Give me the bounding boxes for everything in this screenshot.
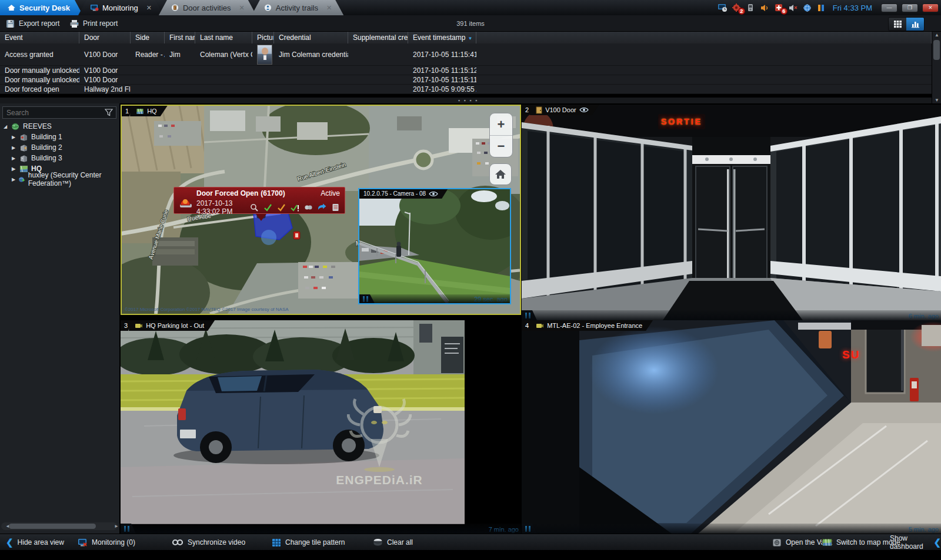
workstation-icon[interactable] xyxy=(718,4,728,12)
map-camera-overlay[interactable]: 10.2.0.75 - Camera - 08 xyxy=(358,188,511,304)
change-tile-pattern-button[interactable]: Change tile pattern xyxy=(272,534,345,551)
col-supplemental[interactable]: Supplemental credential xyxy=(348,32,408,43)
scroll-up-icon[interactable]: ▲ xyxy=(932,32,941,38)
tab-monitoring[interactable]: Monitoring ✕ xyxy=(78,0,163,15)
switch-map-mode-button[interactable]: Switch to map mode xyxy=(822,534,900,551)
table-row[interactable]: Door forced open Hallway 2nd Floor 2017-… xyxy=(0,85,932,94)
close-button[interactable]: ✕ xyxy=(922,4,939,12)
tile-3-header[interactable]: 3 HQ Parking lot - Out xyxy=(121,320,215,331)
tile-2-header[interactable]: 2 V100 Door xyxy=(522,105,599,115)
map-view[interactable]: Rue Albert-Einstein Avenue Marie Curie R… xyxy=(122,106,520,314)
monitoring-status-button[interactable]: Monitoring (0) xyxy=(78,534,135,551)
export-report-button[interactable]: Export report xyxy=(6,15,59,32)
col-picture[interactable]: Picture xyxy=(252,32,274,43)
cardholder-photo xyxy=(257,45,272,65)
col-side[interactable]: Side xyxy=(131,32,165,43)
tile-4-camera[interactable]: 4 MTL-AE-02 - Employee Entrance xyxy=(522,320,941,534)
ack-alternate-icon[interactable] xyxy=(277,203,286,212)
clear-all-button[interactable]: Clear all xyxy=(373,534,413,551)
zoom-in-button[interactable]: + xyxy=(490,113,512,135)
camera-feed-image xyxy=(359,189,510,303)
snooze-icon[interactable] xyxy=(304,203,313,212)
table-row[interactable]: Door manually unlocked V100 Door 2017-10… xyxy=(0,75,932,85)
security-desk-window: Security Desk Monitoring ✕ Door activiti… xyxy=(0,0,941,560)
synchronize-video-button[interactable]: Synchronize video xyxy=(172,534,245,551)
investigate-icon[interactable] xyxy=(250,203,259,212)
tiles-view-button[interactable] xyxy=(889,18,906,31)
expander-expanded-icon[interactable]: ◢ xyxy=(4,124,8,129)
tile-1-header[interactable]: 1 HQ xyxy=(122,106,168,116)
tile-2-camera[interactable]: 2 V100 Door xyxy=(522,105,941,320)
network-globe-icon[interactable] xyxy=(802,4,812,12)
building-icon xyxy=(19,133,28,141)
expander-collapsed-icon[interactable]: ▶ xyxy=(12,145,16,150)
tree-label: Building 1 xyxy=(31,133,62,141)
threat-level-icon[interactable]: 6 xyxy=(774,4,784,12)
cell-picture xyxy=(252,45,274,65)
tree-item-huxley[interactable]: ▶ huxley (Security Center Federation™) xyxy=(0,174,119,185)
tab-activity-trails[interactable]: Activity trails ✕ xyxy=(252,0,343,15)
col-event[interactable]: Event xyxy=(0,32,79,43)
sidebar-scrollbar[interactable]: ◄ ► xyxy=(1,522,118,530)
tree-item-building-1[interactable]: ▶ Building 1 xyxy=(0,132,119,142)
pane-splitter[interactable]: ▪ ▪ ▪ ▪ xyxy=(451,98,486,103)
report-icon[interactable] xyxy=(331,203,340,212)
tile-3-camera[interactable]: 3 HQ Parking lot - Out xyxy=(121,320,521,534)
scroll-down-icon[interactable]: ▼ xyxy=(932,98,941,103)
security-desk-menu-button[interactable]: Security Desk xyxy=(0,0,83,15)
ack-icon[interactable] xyxy=(263,203,272,212)
col-event-timestamp[interactable]: Event timestamp▼ xyxy=(408,32,476,43)
export-report-label: Export report xyxy=(19,19,59,28)
zoom-out-button[interactable]: − xyxy=(490,135,512,157)
tree-item-reeves[interactable]: ◢ REEVES xyxy=(0,121,119,132)
statusbar: ❮ Hide area view Monitoring (0) Synchron… xyxy=(0,534,941,550)
tab-label: Monitoring xyxy=(102,4,138,12)
col-last-name[interactable]: Last name xyxy=(195,32,252,43)
close-tab-icon[interactable]: ✕ xyxy=(146,4,152,12)
event-table: Event Door Side First name Last name Pic… xyxy=(0,32,932,94)
tree-item-building-3[interactable]: ▶ Building 3 xyxy=(0,153,119,163)
minimize-button[interactable]: — xyxy=(881,4,897,12)
restore-button[interactable]: ❐ xyxy=(902,4,918,12)
alarm-gear-icon[interactable]: 2 xyxy=(732,4,742,12)
cell-door: V100 Door xyxy=(79,75,131,85)
expander-collapsed-icon[interactable]: ▶ xyxy=(12,177,15,182)
print-report-button[interactable]: Print report xyxy=(69,15,118,32)
forward-icon[interactable] xyxy=(318,203,326,212)
tile-pattern-icon xyxy=(272,538,281,547)
letterbox xyxy=(465,320,521,534)
speaker-icon[interactable] xyxy=(760,4,770,12)
table-scrollbar[interactable]: ▲ ▼ xyxy=(932,32,941,103)
alarm-popup[interactable]: Door Forced Open (61700) Active 2017-10-… xyxy=(173,187,345,214)
tile-4-header[interactable]: 4 MTL-AE-02 - Employee Entrance xyxy=(522,320,653,331)
col-door[interactable]: Door xyxy=(79,32,131,43)
report-view-button[interactable] xyxy=(906,18,924,31)
show-dashboard-label: Show dashboard xyxy=(890,534,929,551)
levels-icon[interactable] xyxy=(816,4,826,12)
scrollbar-thumb[interactable] xyxy=(933,40,940,60)
search-input[interactable] xyxy=(3,109,105,117)
tile-1-map[interactable]: 1 HQ xyxy=(121,105,521,315)
ack-condition-icon[interactable] xyxy=(291,203,299,212)
table-row[interactable]: Access granted V100 Door Reader - A Jim … xyxy=(0,43,932,66)
hide-area-view-button[interactable]: ❮ Hide area view xyxy=(6,534,64,551)
expander-collapsed-icon[interactable]: ▶ xyxy=(12,156,16,161)
col-credential[interactable]: Credential xyxy=(274,32,348,43)
show-dashboard-button[interactable]: Show dashboard ❮ xyxy=(890,534,941,551)
expander-collapsed-icon[interactable]: ▶ xyxy=(12,135,16,140)
scrollbar-thumb[interactable] xyxy=(9,524,96,529)
expander-collapsed-icon[interactable]: ▶ xyxy=(12,166,16,172)
table-row[interactable]: Door manually unlocked V100 Door 2017-10… xyxy=(0,66,932,75)
cell-door: V100 Door xyxy=(79,66,131,75)
camera-overlay-header[interactable]: 10.2.0.75 - Camera - 08 xyxy=(359,189,448,199)
map-home-button[interactable] xyxy=(489,163,512,185)
filter-icon[interactable] xyxy=(105,109,113,116)
tree-item-building-2[interactable]: ▶ Building 2 xyxy=(0,142,119,153)
intercom-icon[interactable] xyxy=(746,4,756,12)
close-tab-icon[interactable]: ✕ xyxy=(326,4,332,12)
close-tab-icon[interactable]: ✕ xyxy=(239,4,245,12)
col-first-name[interactable]: First name xyxy=(165,32,195,43)
tab-door-activities[interactable]: Door activities ✕ xyxy=(159,0,256,15)
mute-icon[interactable] xyxy=(788,4,798,12)
sortie-led-sign: SORTIE xyxy=(658,114,705,129)
